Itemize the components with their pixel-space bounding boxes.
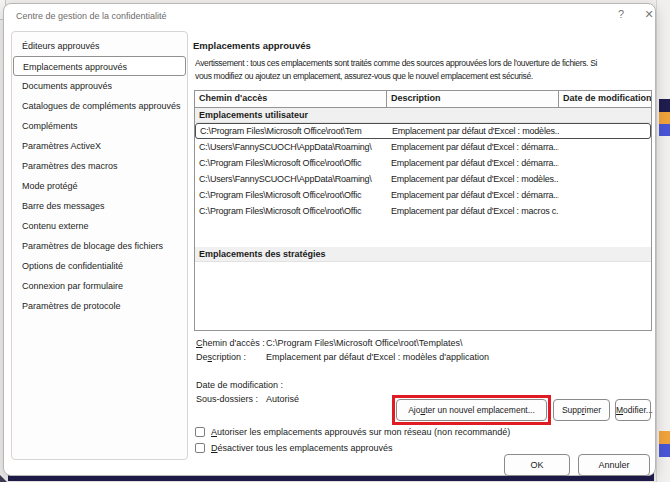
table-row[interactable]: C:\Program Files\Microsoft Office\root\T… [195, 123, 651, 139]
cancel-button[interactable]: Annuler [578, 454, 650, 476]
background-accent-orange [659, 112, 670, 124]
ok-button[interactable]: OK [504, 454, 570, 476]
sidebar-item-parametres-activex[interactable]: Paramètres ActiveX [12, 136, 187, 156]
add-location-button[interactable]: Ajouter un nouvel emplacement... [396, 399, 547, 421]
help-icon[interactable]: ? [612, 8, 630, 20]
table-spacer [195, 219, 651, 247]
page-title: Emplacements approuvés [193, 40, 311, 51]
cell-date [559, 139, 651, 155]
background-accent-navy [659, 99, 670, 112]
cell-description: Emplacement par défaut d'Excel : démarra… [387, 187, 559, 203]
sidebar-item-catalogues-complements[interactable]: Catalogues de compléments approuvés [12, 96, 187, 116]
detail-path-label: Chemin d'accès : [196, 336, 266, 350]
cell-description: Emplacement par défaut d'Excel : démarra… [387, 155, 559, 171]
sidebar-item-connexion-formulaire[interactable]: Connexion par formulaire [12, 276, 187, 296]
trusted-locations-table: Chemin d'accès Description Date de modif… [194, 90, 652, 331]
detail-path: Chemin d'accès : C:\Program Files\Micros… [196, 336, 489, 350]
detail-description-value: Emplacement par défaut d'Excel : modèles… [266, 350, 489, 364]
checkbox-icon[interactable] [195, 443, 205, 453]
detail-date-value [296, 378, 489, 392]
detail-date-label: Date de modification : [196, 378, 296, 392]
background-accent-orange-2 [659, 431, 670, 444]
modify-button[interactable]: Modifier... [615, 399, 651, 421]
background-corner-shape [0, 475, 7, 482]
selected-location-details: Chemin d'accès : C:\Program Files\Micros… [196, 336, 489, 406]
sidebar-item-editeurs-approuves[interactable]: Éditeurs approuvés [12, 36, 187, 56]
table-row[interactable]: C:\Users\FannySCUOCH\AppData\Roaming\ Em… [195, 171, 651, 187]
detail-description-label: Description : [196, 350, 266, 364]
column-header-date[interactable]: Date de modification [559, 91, 651, 107]
column-header-description[interactable]: Description [387, 91, 559, 107]
section-header-user-locations: Emplacements utilisateur [195, 108, 651, 123]
sidebar-item-barre-messages[interactable]: Barre des messages [12, 196, 187, 216]
sidebar-item-contenu-externe[interactable]: Contenu externe [12, 216, 187, 236]
sidebar-item-mode-protege[interactable]: Mode protégé [12, 176, 187, 196]
checkbox-allow-network-label: Autoriser les emplacements approuvés sur… [211, 427, 510, 437]
table-row[interactable]: C:\Program Files\Microsoft Office\root\O… [195, 187, 651, 203]
sidebar-item-documents-approuves[interactable]: Documents approuvés [12, 76, 187, 96]
cell-path: C:\Program Files\Microsoft Office\root\O… [195, 155, 387, 171]
sidebar-item-options-confidentialite[interactable]: Options de confidentialité [12, 256, 187, 276]
cell-date [559, 155, 651, 171]
checkbox-disable-all[interactable]: Désactiver tous les emplacements approuv… [195, 442, 393, 455]
cell-date [560, 124, 650, 138]
cell-date [559, 203, 651, 219]
cell-description: Emplacement par défaut d'Excel : macros … [387, 203, 559, 219]
detail-description: Description : Emplacement par défaut d'E… [196, 350, 489, 364]
checkbox-icon[interactable] [195, 427, 205, 437]
cell-description: Emplacement par défaut d'Excel : démarra… [387, 139, 559, 155]
table-row[interactable]: C:\Program Files\Microsoft Office\root\O… [195, 203, 651, 219]
checkbox-disable-all-label: Désactiver tous les emplacements approuv… [211, 443, 393, 453]
close-icon[interactable]: ✕ [640, 8, 658, 21]
detail-subfolders-label: Sous-dossiers : [196, 392, 266, 406]
background-accent-blue [659, 124, 670, 136]
cell-path: C:\Program Files\Microsoft Office\root\O… [195, 187, 387, 203]
sidebar-item-blocage-fichiers[interactable]: Paramètres de blocage des fichiers [12, 236, 187, 256]
cell-date [559, 187, 651, 203]
cell-description: Emplacement par défaut d'Excel : modèles… [388, 124, 560, 138]
detail-path-value: C:\Program Files\Microsoft Office\root\T… [266, 336, 489, 350]
sidebar: Éditeurs approuvés Emplacements approuvé… [11, 31, 188, 460]
cell-path: C:\Program Files\Microsoft Office\root\T… [196, 124, 388, 138]
trust-center-dialog: Centre de gestion de la confidentialité … [3, 3, 656, 476]
sidebar-item-emplacements-approuves[interactable]: Emplacements approuvés [13, 56, 186, 76]
background-window-right-edge [656, 0, 670, 482]
cell-date [559, 171, 651, 187]
table-row[interactable]: C:\Users\FannySCUOCH\AppData\Roaming\ Em… [195, 139, 651, 155]
table-header: Chemin d'accès Description Date de modif… [195, 91, 651, 108]
cell-path: C:\Users\FannySCUOCH\AppData\Roaming\ [195, 171, 387, 187]
column-header-path[interactable]: Chemin d'accès [195, 91, 387, 107]
sidebar-item-parametres-protocole[interactable]: Paramètres de protocole [12, 296, 187, 316]
cell-path: C:\Users\FannySCUOCH\AppData\Roaming\ [195, 139, 387, 155]
cell-description: Emplacement par défaut d'Excel : modèles… [387, 171, 559, 187]
background-accent-blue-2 [659, 444, 670, 457]
cell-path: C:\Program Files\Microsoft Office\root\O… [195, 203, 387, 219]
warning-text: Avertissement : tous ces emplacements so… [195, 57, 657, 83]
sidebar-item-complements[interactable]: Compléments [12, 116, 187, 136]
section-header-policy-locations: Emplacements des stratégies [195, 247, 651, 262]
detail-date: Date de modification : [196, 378, 489, 392]
checkbox-allow-network[interactable]: Autoriser les emplacements approuvés sur… [195, 426, 510, 439]
table-row[interactable]: C:\Program Files\Microsoft Office\root\O… [195, 155, 651, 171]
dialog-title: Centre de gestion de la confidentialité [16, 11, 167, 21]
remove-button[interactable]: Supprimer [553, 399, 610, 421]
sidebar-item-parametres-macros[interactable]: Paramètres des macros [12, 156, 187, 176]
